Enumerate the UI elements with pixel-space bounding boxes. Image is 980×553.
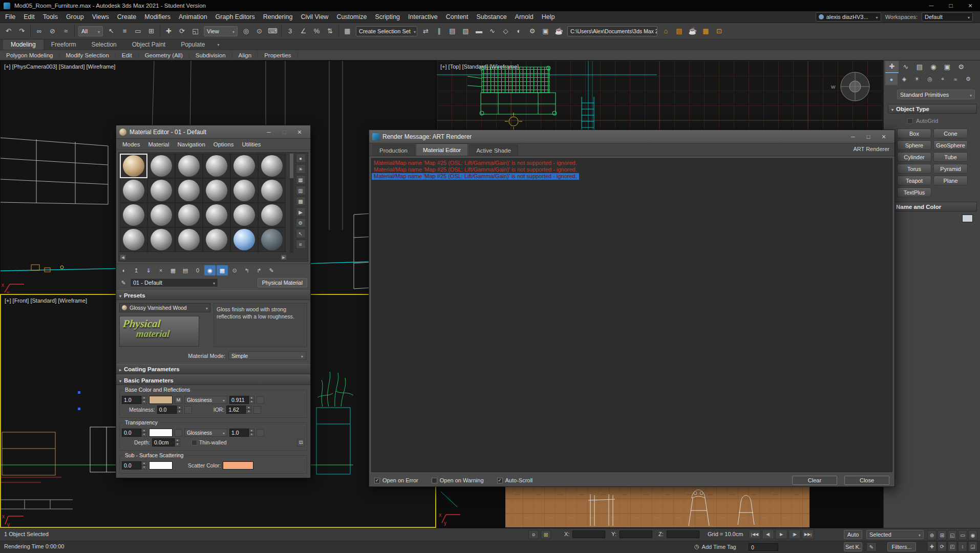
previous-frame-icon[interactable]: ◀| [762, 529, 774, 539]
schematic-view-icon[interactable]: ◇ [499, 25, 512, 38]
primitive-button[interactable]: Cone [933, 129, 968, 138]
ribbon-tab[interactable]: Modeling [3, 39, 44, 50]
menu-item[interactable]: Animation [175, 11, 211, 23]
transparency-color-swatch[interactable] [149, 429, 173, 437]
ribbon-tab[interactable]: Selection [83, 39, 124, 50]
metalness-map-button[interactable] [184, 406, 192, 414]
material-swatch[interactable] [258, 203, 286, 227]
roll-icon[interactable]: ◲ [968, 541, 977, 551]
material-swatch[interactable] [175, 203, 203, 227]
selection-set-field[interactable]: Create Selection Set [356, 26, 417, 36]
go-to-end-icon[interactable]: ▶▶| [802, 529, 814, 539]
material-swatch[interactable] [230, 203, 258, 227]
reset-map-icon[interactable]: × [155, 265, 166, 275]
snaps-toggle-icon[interactable]: 3 [284, 25, 296, 38]
transparency-map-button[interactable] [175, 429, 182, 437]
scroll-right-icon[interactable] [281, 254, 287, 260]
open-on-error-checkbox[interactable]: Open on Error [374, 477, 418, 483]
zoom-icon[interactable]: ⊕ [927, 530, 936, 540]
keyboard-override-icon[interactable]: ⌨ [266, 25, 279, 38]
close-button[interactable] [961, 0, 980, 11]
menu-item[interactable]: Material [144, 141, 174, 147]
go-to-parent-icon[interactable]: ↰ [241, 265, 252, 275]
material-swatch[interactable] [147, 203, 175, 227]
sss-color-swatch[interactable] [149, 461, 173, 470]
sample-tiling-icon[interactable]: ▥ [296, 186, 306, 195]
material-swatch[interactable] [175, 154, 203, 178]
primitive-button[interactable]: Cylinder [897, 152, 931, 162]
scroll-left-icon[interactable] [120, 254, 126, 260]
put-to-library-icon[interactable]: ▤ [180, 265, 191, 275]
menu-item[interactable]: Modifiers [140, 11, 175, 23]
play-animation-icon[interactable]: ▶ [775, 529, 787, 539]
menu-item[interactable]: Graph Editors [211, 11, 259, 23]
select-and-manipulate-icon[interactable]: ⊙ [253, 25, 266, 38]
helpers-category-icon[interactable]: ⌖ [936, 74, 949, 85]
shapes-category-icon[interactable]: ◈ [898, 74, 910, 85]
clear-button[interactable]: Clear [792, 476, 837, 485]
material-swatch[interactable] [258, 154, 286, 178]
maximize-button[interactable] [861, 131, 876, 142]
use-pivot-center-icon[interactable]: ◎ [240, 25, 252, 38]
thin-walled-checkbox[interactable] [191, 440, 197, 445]
viewport-label[interactable]: [+] [Front] [Standard] [Wireframe] [5, 297, 87, 304]
options-icon[interactable]: ⚙ [296, 218, 306, 227]
sss-spinner[interactable]: 0.0 [122, 461, 147, 470]
percent-snap-icon[interactable]: % [310, 25, 323, 38]
material-swatch[interactable] [120, 154, 147, 178]
base-weight-spinner[interactable]: 1.0 [122, 396, 147, 404]
object-color-swatch[interactable] [962, 215, 973, 222]
menu-item[interactable]: Modes [118, 141, 144, 147]
menu-item[interactable]: Help [538, 11, 559, 23]
pan-view-icon[interactable]: ✚ [927, 541, 936, 551]
ribbon-tool-group[interactable]: Geometry (All) [139, 52, 189, 59]
ribbon-tab[interactable]: Object Paint [124, 39, 173, 50]
primitive-button[interactable]: Tube [933, 152, 968, 162]
select-and-link-icon[interactable]: ∞ [33, 25, 46, 38]
set-key-button[interactable]: Set K. [844, 542, 862, 551]
scatter-color-swatch[interactable] [223, 461, 253, 470]
depth-spinner[interactable]: 0.0cm [152, 438, 180, 446]
layer-explorer-icon[interactable]: ▧ [459, 25, 472, 38]
menu-item[interactable]: Group [62, 11, 88, 23]
filters-button[interactable]: Filters... [887, 542, 916, 551]
edit-named-selection-sets-icon[interactable]: ▦ [341, 25, 354, 38]
log-message[interactable]: Material/Map name 'Map #25 (OSL: Lift/Ga… [372, 160, 579, 166]
asset-library-icon[interactable]: ▤ [673, 25, 686, 38]
material-swatch[interactable] [230, 227, 258, 252]
menu-item[interactable]: Customize [332, 11, 371, 23]
material-swatch[interactable] [258, 178, 286, 203]
render-production-icon[interactable]: ☕ [552, 25, 565, 38]
dolly-icon[interactable]: ↕ [958, 541, 967, 551]
menu-item[interactable]: Arnold [511, 11, 538, 23]
assign-material-to-selection-icon[interactable]: ⇓ [143, 265, 154, 275]
menu-item[interactable]: Substance [473, 11, 511, 23]
render-message-tab[interactable]: Production [372, 144, 415, 156]
material-swatch[interactable] [203, 154, 230, 178]
base-color-map-button[interactable]: M [175, 396, 182, 404]
menu-item[interactable]: File [1, 11, 19, 23]
render-message-tab[interactable]: Active Shade [469, 144, 518, 156]
material-swatch[interactable] [175, 178, 203, 203]
go-to-start-icon[interactable]: |◀◀ [749, 529, 761, 539]
workspace-dropdown[interactable]: Default [922, 12, 973, 22]
object-type-rollout[interactable]: Object Type [888, 104, 977, 114]
utilities-tab-icon[interactable]: ⚙ [954, 61, 968, 73]
material-swatch[interactable] [175, 227, 203, 252]
select-and-rotate-icon[interactable]: ⟳ [176, 25, 188, 38]
render-preset-icon[interactable]: ☕ [686, 25, 699, 38]
material-type-button[interactable]: Physical Material [258, 278, 307, 287]
zoom-extents-icon[interactable]: ◱ [948, 530, 957, 540]
ior-map-button[interactable] [253, 406, 261, 414]
zoom-all-icon[interactable]: ⊞ [938, 530, 947, 540]
scene-explorer-icon[interactable]: ▤ [446, 25, 459, 38]
undo-icon[interactable]: ↶ [2, 25, 15, 38]
snapshot-icon[interactable]: ▦ [699, 25, 712, 38]
material-swatch[interactable] [258, 227, 286, 252]
current-frame-field[interactable]: 0 [749, 543, 778, 551]
material-swatch[interactable] [203, 203, 230, 227]
y-coordinate-field[interactable] [620, 530, 652, 538]
make-preview-icon[interactable]: ▶ [296, 207, 306, 217]
select-and-scale-icon[interactable]: ◱ [189, 25, 202, 38]
mirror-icon[interactable]: ⇄ [419, 25, 432, 38]
